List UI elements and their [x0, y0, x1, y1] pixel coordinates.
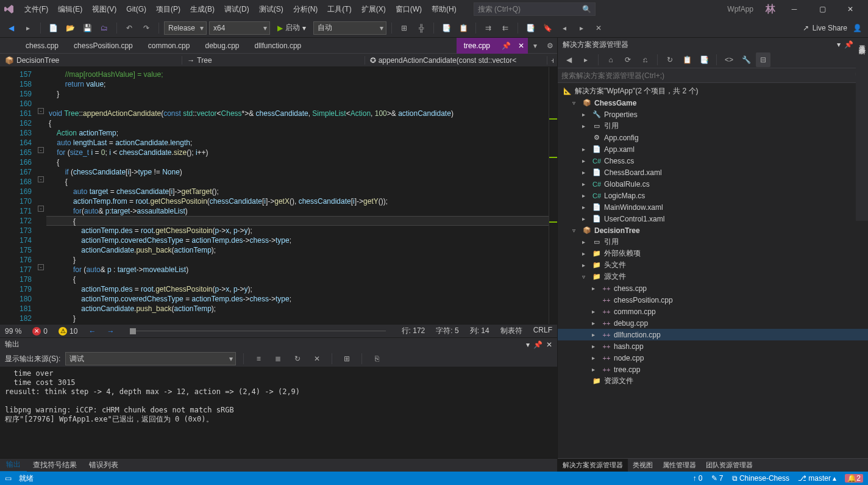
notifications-icon[interactable]: 🔔2: [845, 474, 863, 483]
code-line[interactable]: auto target = chessCandidate[i]->getTarg…: [46, 187, 549, 196]
sync-icon[interactable]: ⟳: [621, 52, 635, 67]
se-icon[interactable]: 📋: [680, 52, 694, 67]
tb-icon[interactable]: 📑: [523, 21, 538, 35]
se-bottom-tab[interactable]: 团队资源管理器: [701, 459, 758, 472]
menu-item[interactable]: 窗口(W): [391, 5, 427, 13]
output-tab[interactable]: 查找符号结果: [27, 459, 83, 472]
auto-combo[interactable]: 自动: [313, 21, 386, 35]
search-box[interactable]: 搜索 (Ctrl+Q) 🔍: [474, 2, 596, 16]
platform-combo[interactable]: x64: [209, 21, 270, 35]
code-line[interactable]: {: [46, 118, 549, 128]
code-line[interactable]: Action actionTemp;: [46, 128, 549, 138]
error-count[interactable]: ✕0: [32, 327, 48, 336]
tb-icon[interactable]: ⇇: [498, 21, 513, 35]
nav-fwd-button[interactable]: ▸: [21, 21, 35, 35]
tab-menu-icon[interactable]: ▾: [528, 38, 542, 53]
pin-icon[interactable]: 📌: [533, 340, 542, 349]
maximize-button[interactable]: ▢: [808, 0, 836, 18]
pin-icon[interactable]: 📌: [844, 40, 853, 49]
tree-node[interactable]: 📁资源文件: [558, 375, 868, 387]
config-combo[interactable]: Release: [164, 21, 207, 35]
back-icon[interactable]: ◀: [561, 52, 576, 67]
menu-item[interactable]: 项目(P): [151, 5, 185, 13]
menu-item[interactable]: 工具(T): [322, 5, 356, 13]
feedback-icon[interactable]: 👤: [850, 21, 864, 35]
tree-node[interactable]: ▸++dllfunction.cpp: [558, 329, 868, 340]
tb-icon[interactable]: ╬: [414, 21, 429, 35]
menu-item[interactable]: 调试(D): [219, 5, 254, 13]
tree-node[interactable]: ▸🔧Properties: [558, 109, 868, 120]
fold-icon[interactable]: -: [38, 108, 44, 114]
code-line[interactable]: actionTemp.des = root.getChessPositoin(p…: [46, 284, 549, 294]
code-editor[interactable]: 1571581591601611621631641651661671681691…: [0, 67, 557, 324]
tb-icon[interactable]: 📋: [456, 21, 471, 35]
editor-tab[interactable]: dllfunction.cpp: [247, 38, 310, 54]
code-line[interactable]: {: [46, 216, 549, 226]
tree-node[interactable]: ▸C#Chess.cs: [558, 155, 868, 167]
code-line[interactable]: }: [46, 314, 549, 323]
zoom-level[interactable]: 99 %: [5, 327, 21, 336]
code-line[interactable]: {: [46, 157, 549, 167]
tree-node[interactable]: ▸++node.cpp: [558, 352, 868, 364]
tree-node[interactable]: ▿📦DecisionTree: [558, 225, 868, 236]
code-line[interactable]: actionTemp.coveredChessType = actionTemp…: [46, 294, 549, 304]
se-search[interactable]: 🔍: [558, 68, 868, 83]
code-line[interactable]: actionCandidate.push_back(actionTemp);: [46, 245, 549, 255]
live-share-button[interactable]: ↗ Live Share: [803, 24, 847, 32]
save-button[interactable]: 💾: [80, 21, 94, 35]
se-bottom-tab[interactable]: 属性管理器: [658, 459, 701, 472]
tb-icon[interactable]: ⎘: [369, 351, 384, 366]
editor-tab[interactable]: debug.cpp: [197, 38, 247, 54]
tree-node[interactable]: ▸C#LogicMap.cs: [558, 190, 868, 201]
wrench-icon[interactable]: 🔧: [739, 52, 753, 67]
code-line[interactable]: if (chessCandidate[i]->type != None): [46, 167, 549, 177]
menu-item[interactable]: 帮助(H): [427, 5, 461, 13]
menu-item[interactable]: 编辑(E): [53, 5, 87, 13]
line-indicator[interactable]: 行: 172: [402, 326, 425, 336]
tb-icon[interactable]: ◂: [557, 21, 572, 35]
solution-tree[interactable]: 📐解决方案"WpfApp"(2 个项目，共 2 个) ▿📦ChessGame▸🔧…: [558, 83, 868, 458]
tb-icon[interactable]: ⊞: [340, 351, 354, 366]
tree-node[interactable]: ▸C#GlobalRule.cs: [558, 178, 868, 190]
clear-icon[interactable]: ✕: [310, 351, 324, 366]
fold-icon[interactable]: -: [38, 264, 44, 270]
tb-icon[interactable]: ▸: [574, 21, 589, 35]
menu-item[interactable]: 生成(B): [185, 5, 219, 13]
menu-item[interactable]: 分析(N): [288, 5, 323, 13]
code-icon[interactable]: <>: [722, 52, 736, 67]
se-icon[interactable]: 📑: [697, 52, 711, 67]
se-bottom-tab[interactable]: 类视图: [628, 459, 658, 472]
tree-node[interactable]: ▸++tree.cpp: [558, 364, 868, 375]
code-line[interactable]: }: [46, 255, 549, 265]
output-tab[interactable]: 错误列表: [83, 459, 124, 472]
source-edit[interactable]: ✎ 7: [711, 474, 724, 483]
repo-indicator[interactable]: ⧉ Chinese-Chess: [732, 474, 789, 483]
tree-node[interactable]: ▸++chess.cpp: [558, 282, 868, 294]
branch-indicator[interactable]: ⎇ master ▴: [798, 474, 836, 483]
minimize-button[interactable]: ─: [780, 0, 808, 18]
close-button[interactable]: ✕: [836, 0, 864, 18]
code-line[interactable]: actionTemp.coveredChessType = actionTemp…: [46, 235, 549, 245]
open-button[interactable]: 📂: [63, 21, 77, 35]
se-icon[interactable]: ⊟: [756, 52, 770, 67]
editor-tab-active[interactable]: tree.cpp: [457, 38, 498, 54]
se-search-input[interactable]: [561, 71, 855, 80]
split-icon[interactable]: ⫞: [547, 56, 557, 65]
eol-indicator[interactable]: CRLF: [533, 326, 552, 336]
tb-icon[interactable]: ⊞: [397, 21, 411, 35]
se-bottom-tab[interactable]: 解决方案资源管理器: [558, 459, 628, 472]
tree-node[interactable]: ▸▭引用: [558, 120, 868, 132]
code-line[interactable]: //map[rootHashValue] = value;: [46, 70, 549, 79]
crumb-project[interactable]: 📦 DecisionTree: [0, 56, 182, 65]
menu-item[interactable]: 文件(F): [20, 5, 53, 13]
refresh-icon[interactable]: ↻: [663, 52, 677, 67]
tb-icon[interactable]: ≣: [271, 351, 285, 366]
code-line[interactable]: actionTemp.des = root.getChessPositoin(p…: [46, 226, 549, 235]
tab-pin-icon[interactable]: 📌: [498, 38, 514, 54]
tree-node[interactable]: ▸📄ChessBoard.xaml: [558, 167, 868, 178]
crumb-class[interactable]: → Tree: [182, 56, 365, 65]
right-tool-rail[interactable]: 工具箱 诊断工具: [856, 38, 868, 221]
scroll-map[interactable]: [549, 67, 557, 324]
home-icon[interactable]: ⌂: [603, 52, 618, 67]
code-line[interactable]: auto lengthLast = actionCandidate.length…: [46, 138, 549, 148]
